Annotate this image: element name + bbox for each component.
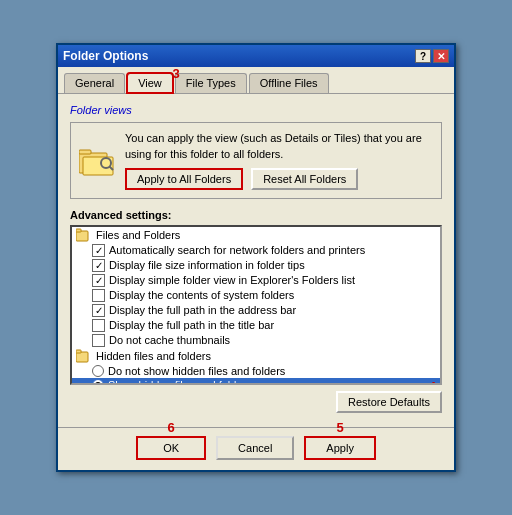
restore-btn-row: Restore Defaults [70, 391, 442, 413]
folder-views-label: Folder views [70, 104, 442, 116]
tab-file-types[interactable]: File Types [175, 73, 247, 93]
list-item-file-size[interactable]: Display file size information in folder … [72, 258, 440, 273]
folder-views-description: You can apply the view (such as Details … [125, 131, 433, 162]
title-bar-buttons: ? ✕ [415, 49, 449, 63]
annotation-5: 5 [337, 420, 344, 435]
svg-rect-1 [79, 150, 91, 154]
folder-views-box: You can apply the view (such as Details … [70, 122, 442, 199]
radio-show-hidden[interactable] [92, 379, 104, 385]
annotation-3: 3 [173, 66, 180, 81]
annotation-4: 4 [429, 379, 436, 385]
checkbox-file-size[interactable] [92, 259, 105, 272]
close-button[interactable]: ✕ [433, 49, 449, 63]
folder-icon [79, 145, 115, 177]
title-bar: Folder Options ? ✕ [58, 45, 454, 67]
checkbox-full-path-title[interactable] [92, 319, 105, 332]
files-folders-label: Files and Folders [96, 229, 180, 241]
apply-button[interactable]: Apply 5 [304, 436, 376, 460]
annotation-6: 6 [167, 420, 174, 435]
folder-views-buttons: Apply to All Folders Reset All Folders [125, 168, 433, 190]
list-section-files-folders: Files and Folders [72, 227, 440, 243]
list-item-no-cache-thumbnails[interactable]: Do not cache thumbnails [72, 333, 440, 348]
checkbox-simple-folder[interactable] [92, 274, 105, 287]
list-item-full-path-address[interactable]: Display the full path in the address bar [72, 303, 440, 318]
restore-defaults-button[interactable]: Restore Defaults [336, 391, 442, 413]
list-section-hidden: Hidden files and folders [72, 348, 440, 364]
radio-do-not-show[interactable] [92, 365, 104, 377]
apply-to-all-folders-button[interactable]: Apply to All Folders [125, 168, 243, 190]
svg-rect-8 [76, 350, 81, 353]
checkbox-no-cache-thumbnails[interactable] [92, 334, 105, 347]
folder-options-dialog: Folder Options ? ✕ General View 3 File T… [56, 43, 456, 472]
hidden-files-label: Hidden files and folders [96, 350, 211, 362]
reset-all-folders-button[interactable]: Reset All Folders [251, 168, 358, 190]
list-item-auto-search[interactable]: Automatically search for network folders… [72, 243, 440, 258]
settings-area: Files and Folders Automatically search f… [70, 225, 442, 385]
folder-section-icon [76, 228, 92, 242]
tab-bar: General View 3 File Types Offline Files [58, 69, 454, 94]
checkbox-system-folders[interactable] [92, 289, 105, 302]
list-item-full-path-title[interactable]: Display the full path in the title bar [72, 318, 440, 333]
checkbox-auto-search[interactable] [92, 244, 105, 257]
help-button[interactable]: ? [415, 49, 431, 63]
settings-listbox[interactable]: Files and Folders Automatically search f… [70, 225, 442, 385]
dialog-title: Folder Options [63, 49, 148, 63]
list-item-simple-folder[interactable]: Display simple folder view in Explorer's… [72, 273, 440, 288]
list-item-show-hidden[interactable]: Show hidden files and folders 4 [72, 378, 440, 385]
dialog-content: Folder views You can apply the view (suc… [58, 94, 454, 427]
bottom-buttons: OK 6 Cancel Apply 5 [58, 427, 454, 470]
folder-hidden-icon [76, 349, 92, 363]
list-item-system-folders[interactable]: Display the contents of system folders [72, 288, 440, 303]
advanced-settings-label: Advanced settings: [70, 209, 442, 221]
checkbox-full-path-address[interactable] [92, 304, 105, 317]
svg-rect-6 [76, 229, 81, 232]
tab-offline-files[interactable]: Offline Files [249, 73, 329, 93]
list-item-do-not-show[interactable]: Do not show hidden files and folders [72, 364, 440, 378]
tab-view[interactable]: View 3 [127, 73, 173, 93]
cancel-button[interactable]: Cancel [216, 436, 294, 460]
ok-button[interactable]: OK 6 [136, 436, 206, 460]
folder-views-controls: You can apply the view (such as Details … [125, 131, 433, 190]
tab-general[interactable]: General [64, 73, 125, 93]
